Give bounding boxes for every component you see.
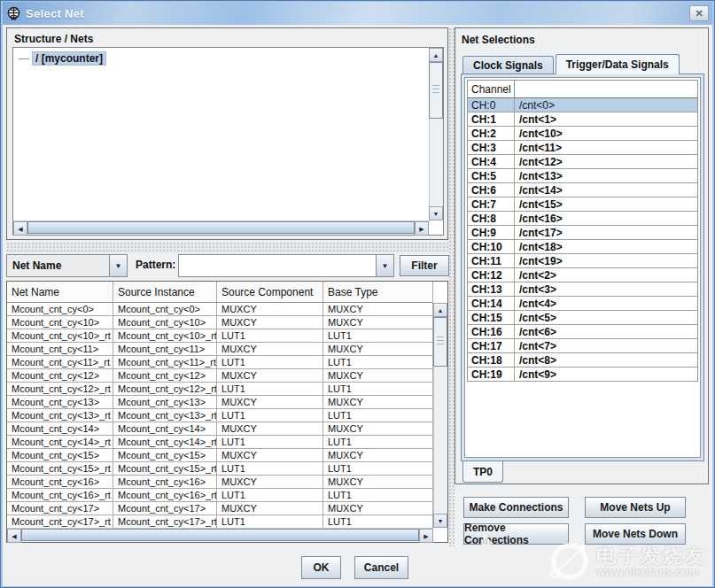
table-row[interactable]: Mcount_cnt_cy<17>_rtMcount_cnt_cy<17>_rt… [7, 515, 433, 528]
table-row[interactable]: Mcount_cnt_cy<0>Mcount_cnt_cy<0>MUXCYMUX… [7, 303, 433, 316]
channel-row[interactable]: CH:8/cnt<16> [468, 212, 697, 226]
table-cell: Mcount_cnt_cy<10>_rt [113, 329, 217, 342]
scrollbar-thumb[interactable] [21, 529, 419, 541]
tree-vertical-scrollbar[interactable]: ▲ ▼ [429, 48, 443, 220]
channel-row[interactable]: CH:7/cnt<15> [468, 197, 697, 212]
tab-clock-signals[interactable]: Clock Signals [462, 56, 554, 74]
table-cell: LUT1 [217, 356, 323, 368]
scroll-up-icon[interactable]: ▲ [429, 48, 443, 62]
scroll-down-icon[interactable]: ▼ [429, 206, 443, 220]
channel-row[interactable]: CH:1/cnt<1> [468, 112, 697, 127]
table-cell: MUXCY [217, 476, 323, 488]
channel-row[interactable]: CH:6/cnt<14> [468, 183, 697, 197]
table-horizontal-scrollbar[interactable]: ◀ ▶ [7, 528, 433, 542]
divider-vertical [448, 27, 455, 546]
table-row[interactable]: Mcount_cnt_cy<15>_rtMcount_cnt_cy<15>_rt… [7, 462, 433, 476]
channel-row[interactable]: CH:10/cnt<18> [468, 240, 697, 254]
column-header[interactable]: Net Name [7, 282, 113, 303]
channel-row[interactable]: CH:9/cnt<17> [468, 226, 697, 240]
channel-net-cell: /cnt<8> [515, 353, 697, 367]
title-bar[interactable]: Select Net ✕ [3, 2, 712, 25]
table-row[interactable]: Mcount_cnt_cy<16>Mcount_cnt_cy<16>MUXCYM… [7, 476, 433, 489]
channel-row[interactable]: CH:12/cnt<2> [468, 268, 697, 282]
table-cell: Mcount_cnt_cy<11> [7, 343, 113, 355]
table-row[interactable]: Mcount_cnt_cy<15>Mcount_cnt_cy<15>MUXCYM… [7, 449, 433, 462]
scroll-right-icon[interactable]: ▶ [419, 529, 433, 543]
channel-row[interactable]: CH:2/cnt<10> [468, 127, 697, 141]
scroll-left-icon[interactable]: ◀ [7, 529, 21, 543]
tree-collapse-handle[interactable]: — [19, 52, 29, 65]
channel-row[interactable]: CH:18/cnt<8> [468, 353, 697, 368]
scroll-up-icon[interactable]: ▲ [433, 303, 447, 317]
table-cell: Mcount_cnt_cy<15>_rt [113, 462, 217, 475]
tab-trigger-data-signals[interactable]: Trigger/Data Signals [556, 54, 680, 74]
channel-id-cell: CH:3 [468, 141, 515, 154]
make-connections-button[interactable]: Make Connections [463, 497, 569, 518]
scrollbar-thumb[interactable] [27, 221, 415, 234]
table-cell: LUT1 [323, 436, 433, 448]
table-cell: MUXCY [323, 422, 433, 435]
channel-row[interactable]: CH:4/cnt<12> [468, 155, 697, 169]
scrollbar-thumb[interactable] [429, 62, 443, 119]
column-header[interactable]: Base Type [323, 282, 433, 303]
table-row[interactable]: Mcount_cnt_cy<10>Mcount_cnt_cy<10>MUXCYM… [7, 316, 433, 329]
pattern-value[interactable] [179, 255, 376, 276]
channel-id-cell: CH:8 [468, 212, 515, 225]
table-cell: LUT1 [217, 436, 323, 448]
chevron-down-icon[interactable]: ▼ [109, 255, 127, 276]
elecfans-watermark: 电子发烧友 www.elecfans.com [547, 538, 707, 584]
table-cell: Mcount_cnt_cy<15> [113, 449, 217, 461]
trigger-data-tab-content: Channel CH:0/cnt<0>CH:1/cnt<1>CH:2/cnt<1… [461, 74, 704, 461]
move-nets-up-button[interactable]: Move Nets Up [585, 497, 686, 518]
scroll-down-icon[interactable]: ▼ [433, 514, 447, 528]
table-row[interactable]: Mcount_cnt_cy<16>_rtMcount_cnt_cy<16>_rt… [7, 489, 433, 502]
scrollbar-thumb[interactable] [433, 317, 447, 367]
cancel-button[interactable]: Cancel [354, 556, 408, 579]
table-row[interactable]: Mcount_cnt_cy<12>Mcount_cnt_cy<12>MUXCYM… [7, 369, 433, 383]
scroll-left-icon[interactable]: ◀ [13, 221, 27, 236]
table-cell: MUXCY [217, 422, 323, 435]
channel-row[interactable]: CH:17/cnt<7> [468, 339, 697, 353]
channel-row[interactable]: CH:15/cnt<5> [468, 311, 697, 325]
channel-row[interactable]: CH:16/cnt<6> [468, 325, 697, 339]
table-row[interactable]: Mcount_cnt_cy<14>_rtMcount_cnt_cy<14>_rt… [7, 436, 433, 449]
remove-connections-button[interactable]: Remove Connections [463, 523, 569, 545]
table-row[interactable]: Mcount_cnt_cy<13>_rtMcount_cnt_cy<13>_rt… [7, 409, 433, 422]
filter-button[interactable]: Filter [400, 255, 449, 276]
ok-button[interactable]: OK [301, 556, 341, 579]
table-row[interactable]: Mcount_cnt_cy<13>Mcount_cnt_cy<13>MUXCYM… [7, 396, 433, 409]
channel-id-cell: CH:4 [468, 155, 515, 168]
column-header[interactable]: Source Component [217, 282, 323, 303]
channel-row[interactable]: CH:3/cnt<11> [468, 141, 697, 155]
table-row[interactable]: Mcount_cnt_cy<11>Mcount_cnt_cy<11>MUXCYM… [7, 343, 433, 356]
chevron-down-icon[interactable]: ▼ [376, 255, 393, 276]
channel-id-cell: CH:18 [468, 353, 515, 367]
channel-row[interactable]: CH:13/cnt<3> [468, 282, 697, 297]
net-column-header[interactable] [515, 81, 697, 97]
channel-row[interactable]: CH:11/cnt<19> [468, 254, 697, 268]
close-button[interactable]: ✕ [689, 5, 709, 21]
tree-row[interactable]: — / [mycounter] [19, 50, 429, 66]
channel-row[interactable]: CH:14/cnt<4> [468, 297, 697, 311]
table-row[interactable]: Mcount_cnt_cy<17>Mcount_cnt_cy<17>MUXCYM… [7, 502, 433, 515]
scroll-right-icon[interactable]: ▶ [415, 221, 429, 236]
move-nets-down-button[interactable]: Move Nets Down [585, 523, 686, 545]
channel-row[interactable]: CH:0/cnt<0> [468, 98, 697, 112]
table-row[interactable]: Mcount_cnt_cy<12>_rtMcount_cnt_cy<12>_rt… [7, 383, 433, 396]
channel-row[interactable]: CH:19/cnt<9> [468, 368, 697, 382]
window-title: Select Net [26, 7, 84, 20]
tab-tp0[interactable]: TP0 [462, 461, 503, 483]
channel-row[interactable]: CH:5/cnt<13> [468, 169, 697, 183]
pattern-input[interactable]: ▼ [178, 254, 394, 277]
table-row[interactable]: Mcount_cnt_cy<14>Mcount_cnt_cy<14>MUXCYM… [7, 422, 433, 436]
tree-node-mycounter[interactable]: / [mycounter] [32, 51, 106, 66]
channel-column-header[interactable]: Channel [468, 81, 515, 97]
channel-net-cell: /cnt<2> [515, 268, 697, 282]
search-field-selector[interactable]: Net Name ▼ [6, 254, 128, 277]
table-row[interactable]: Mcount_cnt_cy<10>_rtMcount_cnt_cy<10>_rt… [7, 329, 433, 343]
tree-horizontal-scrollbar[interactable]: ◀ ▶ [13, 220, 429, 235]
column-header[interactable]: Source Instance [113, 282, 217, 303]
table-row[interactable]: Mcount_cnt_cy<11>_rtMcount_cnt_cy<11>_rt… [7, 356, 433, 369]
table-vertical-scrollbar[interactable]: ▲ ▼ [433, 303, 447, 528]
table-cell: LUT1 [323, 383, 433, 395]
